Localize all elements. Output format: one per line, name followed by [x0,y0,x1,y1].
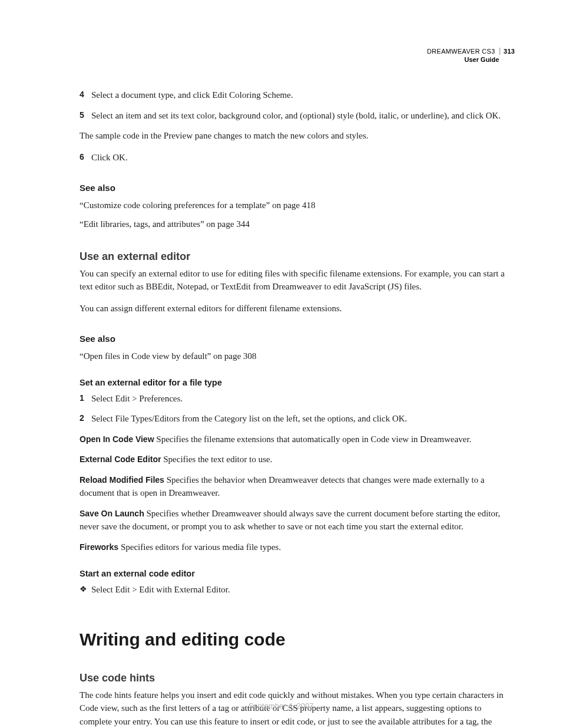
option-description: Open In Code View Specifies the filename… [80,433,515,446]
option-text: Specifies the filename extensions that a… [156,434,471,444]
header-line-1: DREAMWEAVER CS3 313 [427,47,515,55]
subsection-heading: Set an external editor for a file type [80,377,515,390]
step-item: 5 Select an item and set its text color,… [80,109,515,123]
option-label: Save On Launch [80,509,144,518]
page: DREAMWEAVER CS3 313 User Guide 4 Select … [0,0,562,728]
step-item: 1 Select Edit > Preferences. [80,392,515,406]
section-heading: Use an external editor [80,249,515,265]
option-description: Fireworks Specifies editors for various … [80,541,515,554]
option-label: Reload Modified Files [80,475,164,485]
page-header: DREAMWEAVER CS3 313 User Guide [427,47,515,64]
option-label: Open In Code View [80,434,154,444]
step-text: Select Edit > Preferences. [91,392,515,406]
page-number: 313 [500,48,515,55]
step-text: Select an item and set its text color, b… [91,109,515,123]
step-number: 6 [80,151,91,164]
body-paragraph: You can assign different external editor… [80,302,515,315]
step-text: Select a document type, and click Edit C… [91,88,515,102]
option-description: Reload Modified Files Specifies the beha… [80,473,515,500]
content-area: 4 Select a document type, and click Edit… [80,88,515,728]
step-text: Click OK. [91,151,515,164]
step-number: 2 [80,412,91,426]
option-text: Specifies editors for various media file… [121,542,281,552]
body-paragraph: The sample code in the Preview pane chan… [80,129,515,143]
option-label: External Code Editor [80,454,161,464]
option-text: Specifies the text editor to use. [163,454,272,464]
cross-reference: “Open files in Code view by default” on … [80,350,515,363]
step-text: Select File Types/Editors from the Categ… [91,412,515,426]
step-number: 5 [80,109,91,123]
diamond-bullet-icon: ❖ [80,583,91,597]
option-label: Fireworks [80,542,118,552]
bullet-item: ❖ Select Edit > Edit with External Edito… [80,583,515,597]
option-description: External Code Editor Specifies the text … [80,453,515,466]
body-paragraph: You can specify an external editor to us… [80,267,515,294]
see-also-heading: See also [80,182,515,195]
see-also-heading: See also [80,332,515,346]
option-description: Save On Launch Specifies whether Dreamwe… [80,507,515,533]
cross-reference: “Customize code coloring preferences for… [80,199,515,212]
bullet-text: Select Edit > Edit with External Editor. [91,583,230,597]
guide-label: User Guide [427,55,515,64]
footer-date: September 4, 2007 [0,701,562,710]
step-number: 1 [80,392,91,406]
cross-reference: “Edit libraries, tags, and attributes” o… [80,218,515,231]
step-number: 4 [80,88,91,102]
step-item: 6 Click OK. [80,151,515,164]
subsection-heading: Start an external code editor [80,568,515,581]
product-name: DREAMWEAVER CS3 [427,48,495,55]
section-heading: Use code hints [80,670,515,686]
step-item: 4 Select a document type, and click Edit… [80,88,515,102]
chapter-heading: Writing and editing code [80,626,515,653]
step-item: 2 Select File Types/Editors from the Cat… [80,412,515,426]
